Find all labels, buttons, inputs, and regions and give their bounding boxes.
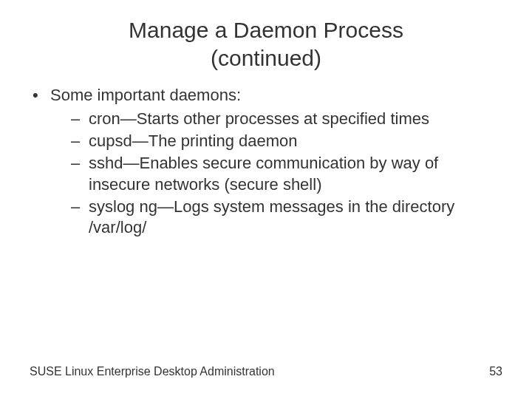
list-item-text: cupsd—The printing daemon: [89, 132, 298, 150]
bullet-list-level2: cron—Starts other processes at specified…: [50, 109, 502, 238]
slide-footer: SUSE Linux Enterprise Desktop Administra…: [30, 365, 502, 378]
list-item-text: cron—Starts other processes at specified…: [89, 109, 429, 128]
list-item: sshd—Enables secure communication by way…: [71, 153, 502, 194]
list-item-text: syslog ng—Logs system messages in the di…: [89, 197, 454, 236]
list-item: cupsd—The printing daemon: [71, 131, 502, 151]
footer-text: SUSE Linux Enterprise Desktop Administra…: [30, 365, 275, 378]
list-item: syslog ng—Logs system messages in the di…: [71, 197, 502, 238]
title-line-1: Manage a Daemon Process: [129, 18, 403, 42]
slide: Manage a Daemon Process (continued) Some…: [0, 0, 532, 399]
bullet-list-level1: Some important daemons: cron—Starts othe…: [30, 85, 502, 238]
bullet-intro-text: Some important daemons:: [50, 86, 241, 104]
bullet-intro-item: Some important daemons: cron—Starts othe…: [30, 85, 502, 238]
list-item-text: sshd—Enables secure communication by way…: [89, 154, 438, 193]
slide-title: Manage a Daemon Process (continued): [0, 0, 532, 72]
list-item: cron—Starts other processes at specified…: [71, 109, 502, 129]
slide-body: Some important daemons: cron—Starts othe…: [0, 72, 532, 238]
title-line-2: (continued): [211, 46, 321, 70]
page-number: 53: [489, 365, 502, 378]
